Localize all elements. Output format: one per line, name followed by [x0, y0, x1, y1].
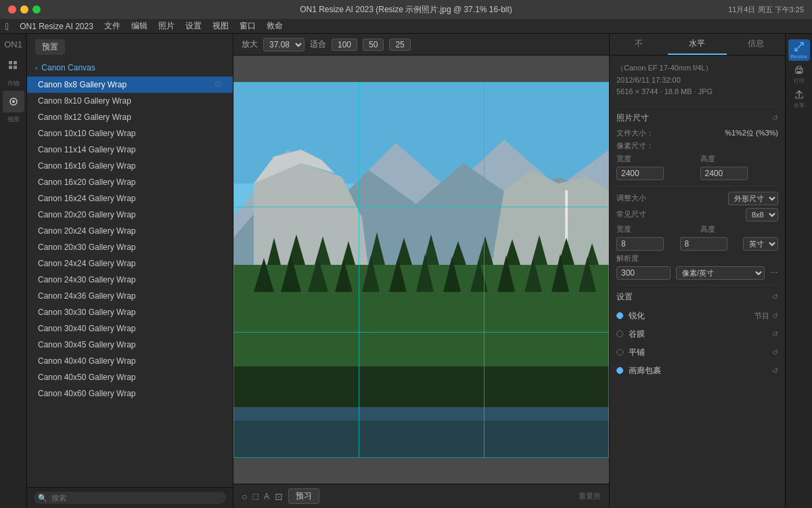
preset-item-10[interactable]: Canon 20x30 Gallery Wrap ♡ [27, 239, 233, 255]
fit-25-button[interactable]: 25 [389, 39, 410, 51]
main-content: ON1 作物 视图 预置 ‹ Canon Canvas Canon 8x8 Ga… [0, 34, 812, 508]
preset-item-12[interactable]: Canon 24x30 Gallery Wrap ♡ [27, 272, 233, 288]
menu-help[interactable]: 救命 [267, 20, 283, 32]
preset-item-2[interactable]: Canon 8x12 Gallery Wrap ♡ [27, 109, 233, 125]
rail-icon-view[interactable] [3, 91, 24, 112]
right-panel: 不 水平 信息 （Canon EF 17-40mm f/4L） 2012/6/1… [609, 34, 785, 508]
preset-item-label-6: Canon 16x20 Gallery Wrap [38, 177, 136, 187]
fit-label: 适合 [310, 39, 326, 50]
menu-file[interactable]: 文件 [104, 20, 120, 32]
preset-item-13[interactable]: Canon 24x36 Gallery Wrap ♡ [27, 288, 233, 304]
search-input[interactable] [34, 492, 226, 504]
width-label: 宽度 [616, 154, 695, 164]
canvas-main[interactable] [233, 56, 609, 484]
preview-button[interactable]: 预习 [288, 488, 319, 504]
minimize-button[interactable] [20, 5, 28, 14]
preset-item-9[interactable]: Canon 20x24 Gallery Wrap ♡ [27, 223, 233, 239]
panel-nav[interactable]: ‹ Canon Canvas [27, 60, 233, 75]
preset-item-1[interactable]: Canon 8x10 Gallery Wrap ♡ [27, 93, 233, 109]
preset-item-4[interactable]: Canon 11x14 Gallery Wrap ♡ [27, 142, 233, 158]
sharpen-reset-icon[interactable]: ↺ [772, 312, 778, 320]
preset-item-11[interactable]: Canon 24x24 Gallery Wrap ♡ [27, 255, 233, 272]
preset-item-16[interactable]: Canon 30x45 Gallery Wrap ♡ [27, 337, 233, 353]
height-input[interactable] [700, 167, 748, 180]
photo-size-reset-icon[interactable]: ↺ [772, 114, 778, 123]
sharpen-action[interactable]: 节目 [754, 311, 769, 321]
setting-sharpen[interactable]: 锐化 节目 ↺ [616, 307, 778, 325]
gallery-label: 画廊包裹 [629, 365, 772, 377]
print-rail-label: 打印 [794, 77, 805, 85]
favorite-icon-0[interactable]: ♡ [215, 80, 222, 89]
preset-item-6[interactable]: Canon 16x20 Gallery Wrap ♡ [27, 174, 233, 190]
setting-gallery[interactable]: 画廊包裹 ↺ [616, 362, 778, 380]
preset-item-label-1: Canon 8x10 Gallery Wrap [38, 96, 131, 106]
nav-label: Canon Canvas [41, 63, 95, 72]
height-input2[interactable] [680, 237, 727, 251]
fit-100-button[interactable]: 100 [332, 39, 357, 51]
width-input-wrap [616, 167, 695, 180]
preset-item-17[interactable]: Canon 40x40 Gallery Wrap ♡ [27, 353, 233, 369]
resolution-input[interactable] [616, 266, 671, 280]
preset-item-label-19: Canon 40x60 Gallery Wrap [38, 389, 136, 398]
preset-item-3[interactable]: Canon 10x10 Gallery Wrap ♡ [27, 125, 233, 142]
menu-edit[interactable]: 编辑 [131, 20, 148, 32]
photo-meta: （Canon EF 17-40mm f/4L） 2012/6/11 17:32:… [616, 62, 778, 98]
preset-item-label-0: Canon 8x8 Gallery Wrap [38, 80, 127, 89]
rail-icon-presets[interactable] [3, 55, 24, 77]
print-rail-icon[interactable]: 打印 [788, 64, 810, 85]
menu-window[interactable]: 窗口 [240, 20, 256, 32]
settings-reset-icon[interactable]: ↺ [772, 293, 778, 301]
preset-item-7[interactable]: Canon 16x24 Gallery Wrap ♡ [27, 190, 233, 207]
tab-shuiping[interactable]: 水平 [668, 34, 726, 55]
setting-gumeng[interactable]: 谷膜 ↺ [616, 325, 778, 343]
presets-button[interactable]: 预置 [35, 39, 65, 55]
preset-item-14[interactable]: Canon 30x30 Gallery Wrap ♡ [27, 304, 233, 320]
close-button[interactable] [8, 5, 16, 14]
outer-size-select[interactable]: 外形尺寸 [728, 192, 778, 205]
resolution-label: 解析度 [616, 253, 778, 263]
resize-rail-icon[interactable]: Resize [788, 39, 810, 61]
preset-item-19[interactable]: Canon 40x60 Gallery Wrap ♡ [27, 385, 233, 402]
window-controls[interactable] [8, 5, 41, 14]
camera-info: （Canon EF 17-40mm f/4L） [616, 62, 778, 75]
width-input[interactable] [616, 167, 664, 180]
gallery-reset-icon[interactable]: ↺ [772, 366, 778, 375]
square-icon[interactable]: □ [252, 491, 258, 502]
svg-point-48 [800, 69, 802, 70]
type-icon[interactable]: A [264, 492, 269, 501]
unit-select[interactable]: 英寸 [743, 237, 778, 251]
preset-item-18[interactable]: Canon 40x50 Gallery Wrap ♡ [27, 369, 233, 385]
circle-icon[interactable]: ○ [242, 491, 247, 502]
preset-item-5[interactable]: Canon 16x16 Gallery Wrap ♡ [27, 158, 233, 174]
size-info: 5616 × 3744 · 18.8 MB · JPG [616, 86, 778, 98]
tab-info[interactable]: 信息 [727, 34, 785, 55]
preset-item-0[interactable]: Canon 8x8 Gallery Wrap ♡ [27, 77, 233, 93]
crop-icon[interactable]: ⊡ [275, 491, 283, 502]
preset-item-8[interactable]: Canon 20x20 Gallery Wrap ♡ [27, 207, 233, 223]
date-info: 2012/6/11 17:32:00 [616, 75, 778, 87]
setting-tile[interactable]: 平铺 ↺ [616, 343, 778, 362]
tab-bu[interactable]: 不 [610, 34, 668, 55]
apple-menu[interactable]:  [5, 21, 9, 32]
menu-settings[interactable]: 设置 [185, 20, 202, 32]
share-rail-icon[interactable]: 分享 [788, 88, 810, 110]
preset-item-label-8: Canon 20x20 Gallery Wrap [38, 210, 136, 219]
zoom-select[interactable]: 37.08 [263, 38, 304, 51]
preset-item-label-5: Canon 16x16 Gallery Wrap [38, 161, 136, 171]
width-input2[interactable] [616, 237, 664, 251]
common-size-select[interactable]: 8x8 [746, 208, 778, 221]
menu-view[interactable]: 视图 [212, 20, 229, 32]
svg-point-5 [12, 100, 15, 103]
preset-item-15[interactable]: Canon 30x40 Gallery Wrap ♡ [27, 320, 233, 337]
menu-app[interactable]: ON1 Resize AI 2023 [20, 22, 93, 31]
resolution-more-icon[interactable]: ··· [770, 266, 778, 280]
sharpen-label: 锐化 [629, 310, 754, 322]
maximize-button[interactable] [32, 5, 41, 14]
left-icon-rail: ON1 作物 视图 [0, 34, 27, 508]
tile-reset-icon[interactable]: ↺ [772, 348, 778, 357]
menu-photo[interactable]: 照片 [158, 20, 175, 32]
fit-50-button[interactable]: 50 [363, 39, 384, 51]
resolution-unit-select[interactable]: 像素/英寸 [676, 266, 765, 280]
gumeng-reset-icon[interactable]: ↺ [772, 330, 778, 339]
svg-rect-47 [797, 71, 801, 74]
